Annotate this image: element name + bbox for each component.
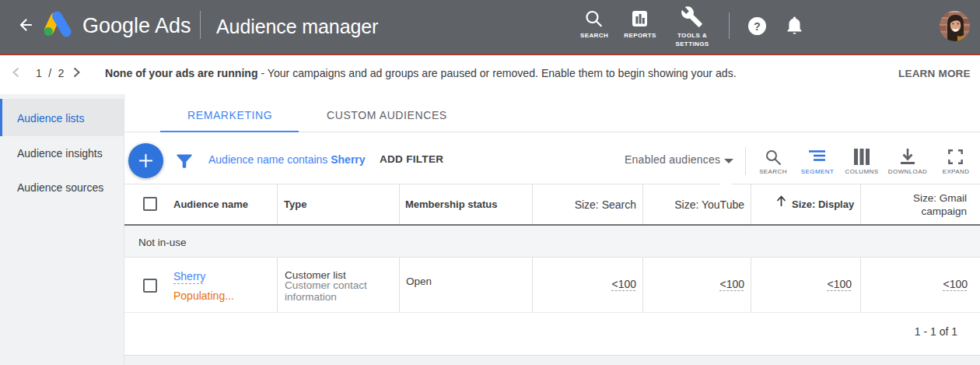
svg-text:?: ? [754, 20, 761, 33]
